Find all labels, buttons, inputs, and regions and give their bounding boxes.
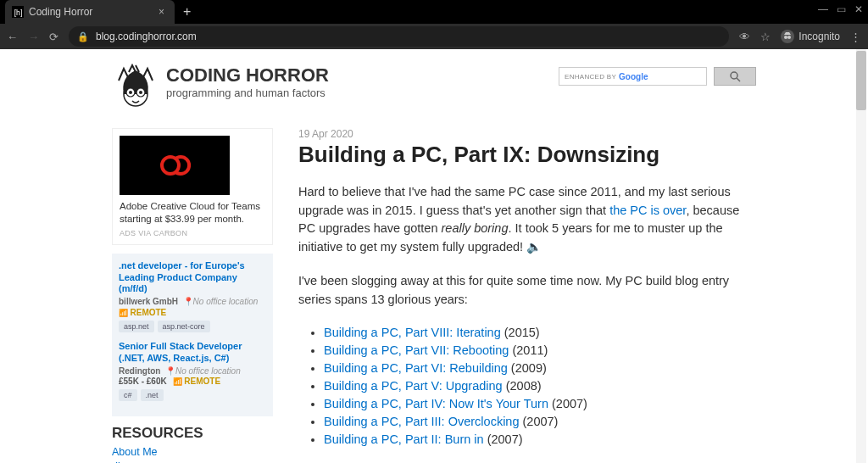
- list-item: Building a PC, Part II: Burn in (2007): [324, 431, 756, 449]
- list-item: Building a PC, Part III: Overclocking (2…: [324, 413, 756, 431]
- list-item: Building a PC, Part VIII: Iterating (201…: [324, 324, 756, 342]
- ad-carbon-label: ADS VIA CARBON: [120, 229, 265, 237]
- sidebar: Adobe Creative Cloud for Teams starting …: [112, 128, 273, 463]
- list-item: Building a PC, Part VI: Rebuilding (2009…: [324, 360, 756, 377]
- window-titlebar: [h] Coding Horror × + — ▭ ✕: [0, 0, 868, 24]
- ad-text: Adobe Creative Cloud for Teams starting …: [120, 200, 265, 226]
- incognito-badge[interactable]: Incognito: [781, 30, 840, 43]
- job-tag[interactable]: asp.net: [119, 321, 154, 332]
- carbon-ad[interactable]: Adobe Creative Cloud for Teams starting …: [112, 128, 273, 245]
- lock-icon: 🔒: [77, 31, 89, 42]
- main-content: 19 Apr 2020 Building a PC, Part IX: Down…: [298, 128, 756, 463]
- svg-point-3: [787, 36, 791, 39]
- new-tab-button[interactable]: +: [183, 4, 191, 20]
- svg-point-7: [129, 91, 132, 94]
- post-list: Building a PC, Part VIII: Iterating (201…: [324, 324, 756, 449]
- incognito-label: Incognito: [798, 31, 840, 42]
- post-paragraph: I've been slogging away at this for quit…: [298, 272, 756, 310]
- list-item: Building a PC, Part V: Upgrading (2008): [324, 377, 756, 395]
- post-paragraph: Hard to believe that I've had the same P…: [298, 183, 756, 257]
- incognito-icon: [781, 30, 794, 43]
- page-viewport: CODING HORROR programming and human fact…: [0, 49, 868, 463]
- resources-section: RESOURCES About Me discourse.org: [112, 425, 273, 463]
- job-tag[interactable]: .net: [141, 389, 164, 401]
- svg-line-10: [737, 78, 740, 81]
- scrollbar-track[interactable]: [856, 49, 866, 463]
- site-logo[interactable]: [112, 62, 159, 109]
- post-title[interactable]: Building a PC, Part IX: Downsizing: [298, 142, 756, 168]
- search-input[interactable]: ENHANCED BY Google: [559, 67, 707, 86]
- job-title-link[interactable]: .net developer - for Europe's Leading Pr…: [119, 260, 266, 295]
- svg-text:[h]: [h]: [14, 8, 23, 17]
- site-title[interactable]: CODING HORROR: [166, 64, 329, 86]
- list-item: Building a PC, Part VII: Rebooting (2011…: [324, 342, 756, 360]
- post-date: 19 Apr 2020: [298, 128, 756, 140]
- resources-heading: RESOURCES: [112, 425, 273, 442]
- search-brand: Google: [619, 72, 648, 81]
- tab-title: Coding Horror: [29, 6, 155, 18]
- job-tag[interactable]: asp.net-core: [158, 321, 210, 332]
- job-listing: .net developer - for Europe's Leading Pr…: [119, 260, 266, 332]
- svg-point-8: [139, 91, 142, 94]
- job-salary-remote: £55K - £60K REMOTE: [119, 376, 266, 386]
- minimize-icon[interactable]: —: [818, 3, 828, 15]
- inline-link[interactable]: the PC is over: [609, 204, 686, 217]
- eye-off-icon[interactable]: 👁: [739, 31, 750, 43]
- job-listing: Senior Full Stack Developer (.NET, AWS, …: [119, 341, 266, 401]
- scrollbar-thumb[interactable]: [856, 51, 866, 110]
- favicon: [h]: [12, 6, 24, 18]
- close-tab-icon[interactable]: ×: [155, 6, 168, 18]
- menu-icon[interactable]: ⋮: [850, 31, 861, 43]
- job-remote-badge: REMOTE: [119, 308, 266, 317]
- search-icon: [730, 71, 741, 82]
- forward-button[interactable]: →: [28, 31, 39, 43]
- address-bar: ← → ⟳ 🔒 blog.codinghorror.com 👁 ☆ Incogn…: [0, 24, 868, 49]
- site-subtitle: programming and human factors: [166, 86, 329, 99]
- job-meta: billwerk GmbH 📍No office location: [119, 297, 266, 306]
- url-text: blog.codinghorror.com: [96, 31, 197, 42]
- browser-tab[interactable]: [h] Coding Horror ×: [5, 0, 175, 24]
- resource-link[interactable]: discourse.org: [112, 460, 273, 463]
- ad-image: [120, 136, 230, 195]
- job-listings: .net developer - for Europe's Leading Pr…: [112, 254, 273, 416]
- close-window-icon[interactable]: ✕: [854, 3, 863, 15]
- back-button[interactable]: ←: [7, 31, 18, 43]
- job-title-link[interactable]: Senior Full Stack Developer (.NET, AWS, …: [119, 341, 266, 365]
- reload-button[interactable]: ⟳: [49, 31, 58, 43]
- url-input[interactable]: 🔒 blog.codinghorror.com: [69, 26, 729, 47]
- bookmark-star-icon[interactable]: ☆: [760, 31, 771, 43]
- site-header: CODING HORROR programming and human fact…: [112, 62, 756, 109]
- svg-point-2: [784, 36, 787, 39]
- maximize-icon[interactable]: ▭: [837, 3, 846, 15]
- job-tag[interactable]: c#: [119, 389, 137, 401]
- search-prefix: ENHANCED BY: [565, 73, 616, 81]
- search-button[interactable]: [714, 67, 756, 86]
- resource-link[interactable]: About Me: [112, 445, 273, 460]
- svg-point-9: [731, 72, 737, 79]
- list-item: Building a PC, Part IV: Now It's Your Tu…: [324, 395, 756, 413]
- job-meta: Redington 📍No office location: [119, 366, 266, 376]
